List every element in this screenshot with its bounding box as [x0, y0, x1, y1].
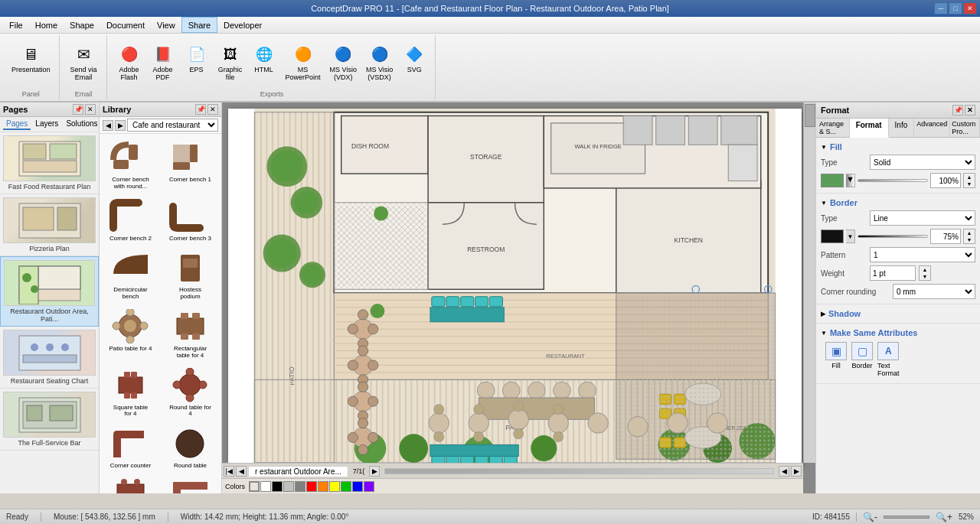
no-color-swatch[interactable] [249, 481, 260, 492]
fill-opacity-input[interactable] [930, 173, 961, 188]
border-pattern-select[interactable]: 1 [870, 247, 975, 262]
ribbon-ms-visio-vdx-button[interactable]: 🔵 MS Visio(VDX) [326, 40, 361, 84]
ribbon-ms-visio-vsdx-button[interactable]: 🔵 MS Visio(VSDX) [362, 40, 397, 84]
silver-color-swatch[interactable] [283, 481, 294, 492]
border-weight-down[interactable]: ▼ [920, 273, 930, 280]
page-thumbnail-outdoor[interactable]: Restaurant Outdoor Area, Pati... [0, 256, 99, 327]
format-panel-close-button[interactable]: ✕ [965, 105, 975, 116]
page-thumbnail-fast-food[interactable]: Fast Food Restaurant Plan [0, 132, 99, 194]
ribbon-ms-powerpoint-button[interactable]: 🟠 MSPowerPoint [282, 40, 325, 84]
fill-section-header[interactable]: ▼ Fill [821, 141, 975, 153]
tab-format[interactable]: Format [850, 119, 889, 138]
window-controls[interactable]: ─ □ ✕ [934, 2, 977, 15]
menu-home[interactable]: Home [29, 17, 64, 33]
library-category-select[interactable]: Cafe and restaurant [127, 119, 218, 132]
menu-file[interactable]: File [3, 17, 29, 33]
border-weight-input[interactable] [870, 265, 916, 281]
make-same-text-format-button[interactable]: A TextFormat [877, 342, 900, 377]
fill-opacity-slider[interactable] [858, 179, 928, 182]
border-corner-select[interactable]: 0 mm [893, 284, 975, 299]
tab-arrange[interactable]: Arrange & S... [816, 119, 850, 137]
shadow-section-header[interactable]: ▶ Shadow [821, 308, 975, 320]
border-section-header[interactable]: ▼ Border [821, 197, 975, 209]
canvas-active-tab[interactable]: r estaurant Outdoor Are... [248, 466, 348, 477]
lib-item-corner-bench-round[interactable]: Corner benchwith round... [101, 135, 160, 194]
tab-advanced[interactable]: Advanced [914, 119, 950, 137]
border-color-swatch[interactable] [821, 229, 844, 243]
border-opacity-slider[interactable] [858, 235, 928, 238]
lib-item-corner-counter[interactable]: Corner counter [101, 421, 160, 473]
lib-item-square-table-round[interactable]: Square tablewith round... [101, 474, 160, 493]
pages-panel-pin-button[interactable]: 📌 [73, 104, 83, 115]
page-thumbnail-pizzeria[interactable]: Pizzeria Plan [0, 194, 99, 256]
purple-color-swatch[interactable] [364, 481, 374, 492]
menu-developer[interactable]: Developer [217, 17, 268, 33]
make-same-section-header[interactable]: ▼ Make Same Attributes [821, 327, 975, 339]
canvas-scroll-left-button[interactable]: ◀ [779, 466, 789, 477]
ribbon-svg-button[interactable]: 🔷 SVG [398, 40, 430, 76]
border-color-arrow[interactable]: ▼ [846, 229, 855, 243]
canvas-vertical-scrollbar[interactable] [803, 103, 815, 463]
tab-solutions[interactable]: Solutions [63, 119, 100, 130]
lib-item-corner-bench-1[interactable]: Corner bench 1 [161, 135, 220, 194]
ribbon-adobe-flash-button[interactable]: 🔴 AdobeFlash [113, 40, 145, 84]
fill-opacity-up[interactable]: ▲ [964, 174, 975, 181]
canvas-prev-page-button[interactable]: ◀ [236, 466, 247, 477]
close-button[interactable]: ✕ [963, 2, 977, 15]
ribbon-html-button[interactable]: 🌐 HTML [248, 40, 280, 76]
ribbon-send-email-button[interactable]: ✉ Send viaEmail [67, 40, 101, 84]
canvas-area[interactable]: DISH ROOM STORAGE KITCHEN WALK IN FRIDGE [222, 103, 815, 493]
fill-color-arrow[interactable]: ▼ [846, 174, 855, 187]
blue-color-swatch[interactable] [352, 481, 363, 492]
lib-item-corner-bench-2[interactable]: Corner bench 2 [101, 194, 160, 246]
border-type-select[interactable]: Line [870, 210, 975, 226]
menu-share[interactable]: Share [181, 17, 217, 33]
zoom-out-button[interactable]: 🔍- [863, 512, 877, 522]
maximize-button[interactable]: □ [949, 2, 962, 15]
yellow-color-swatch[interactable] [329, 481, 340, 492]
green-color-swatch[interactable] [341, 481, 351, 492]
border-opacity-up[interactable]: ▲ [964, 229, 975, 236]
zoom-slider[interactable] [884, 516, 929, 519]
lib-item-rectangular-table[interactable]: Rectangulartable for 4 [161, 304, 220, 363]
menu-document[interactable]: Document [100, 17, 151, 33]
fill-opacity-down[interactable]: ▼ [964, 181, 975, 187]
ribbon-eps-button[interactable]: 📄 EPS [181, 40, 213, 76]
lib-item-square-table[interactable]: Square tablefor 4 [101, 363, 160, 421]
border-opacity-down[interactable]: ▼ [964, 236, 975, 243]
menu-shape[interactable]: Shape [64, 17, 100, 33]
ribbon-adobe-pdf-button[interactable]: 📕 AdobePDF [147, 40, 179, 84]
make-same-border-button[interactable]: ▢ Border [851, 342, 873, 377]
lib-item-round-table[interactable]: Round table [161, 421, 220, 473]
ribbon-presentation-button[interactable]: 🖥 Presentation [8, 40, 54, 76]
minimize-button[interactable]: ─ [934, 2, 948, 15]
border-weight-up[interactable]: ▲ [920, 266, 930, 273]
lib-item-round-table-4[interactable]: Round table for4 [161, 363, 220, 421]
black-color-swatch[interactable] [272, 481, 283, 492]
white-color-swatch[interactable] [260, 481, 271, 492]
tab-layers[interactable]: Layers [32, 119, 61, 130]
canvas-first-page-button[interactable]: |◀ [224, 466, 234, 477]
ribbon-graphic-button[interactable]: 🖼 Graphicfile [214, 40, 247, 84]
canvas-next-page-button[interactable]: ▶ [369, 466, 380, 477]
menu-view[interactable]: View [151, 17, 181, 33]
orange-color-swatch[interactable] [318, 481, 328, 492]
gray-color-swatch[interactable] [295, 481, 305, 492]
lib-item-corner-table[interactable]: Corner table [161, 474, 220, 493]
tab-pages[interactable]: Pages [3, 119, 31, 130]
format-panel-pin-button[interactable]: 📌 [952, 105, 963, 116]
fill-color-swatch[interactable] [821, 174, 844, 187]
pages-panel-close-button[interactable]: ✕ [85, 104, 96, 115]
make-same-fill-button[interactable]: ▣ Fill [825, 342, 847, 377]
lib-item-demicircular-bench[interactable]: Demicircularbench [101, 246, 160, 304]
library-next-button[interactable]: ▶ [115, 120, 126, 131]
lib-item-patio-table[interactable]: Patio table for 4 [101, 304, 160, 363]
zoom-in-button[interactable]: 🔍+ [936, 512, 952, 522]
page-thumbnail-fullservice[interactable]: The Full-Service Bar [0, 389, 99, 451]
library-pin-button[interactable]: 📌 [195, 104, 206, 115]
tab-custom-pro[interactable]: Custom Pro... [950, 119, 980, 137]
page-thumbnail-seating[interactable]: Restaurant Seating Chart [0, 327, 99, 389]
lib-item-hostess-podium[interactable]: Hostesspodium [161, 246, 220, 304]
border-opacity-input[interactable] [930, 229, 961, 244]
canvas-scroll-right-button[interactable]: ▶ [791, 466, 802, 477]
